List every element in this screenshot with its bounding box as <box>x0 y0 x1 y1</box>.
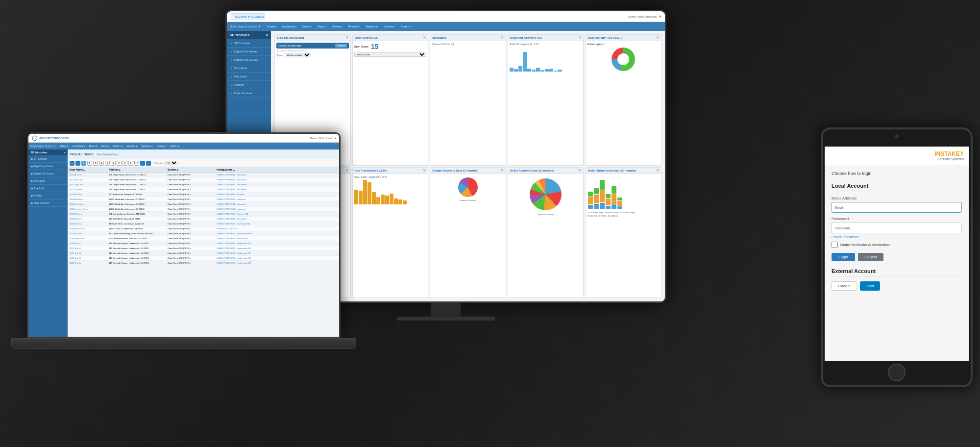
laptop-nav-orders[interactable]: Orders ▾ <box>112 144 124 148</box>
laptop-sidebar-digital-key[interactable]: ▶ Digital Key Holder <box>28 163 68 170</box>
nav-systems[interactable]: Systems <box>364 24 380 29</box>
pg-last[interactable]: » <box>146 161 151 166</box>
sidebar-item-profiles[interactable]: Profiles <box>227 81 271 89</box>
sr-sidebar-collapse[interactable]: « <box>266 33 268 37</box>
email-input[interactable] <box>832 202 962 213</box>
password-input[interactable] <box>832 223 962 233</box>
door-name-0004-front[interactable]: 0004 Front Door <box>70 203 109 205</box>
tablet-home-button[interactable] <box>888 364 906 381</box>
door-name-0002-all[interactable]: 0002 All Doors <box>70 193 109 196</box>
page-size-select[interactable]: 102550 <box>165 161 178 165</box>
door-name-0013-all[interactable]: 0013 All Doors <box>70 232 109 235</box>
sidebar-item-digital-site[interactable]: Digital Site Survey <box>227 56 271 64</box>
laptop-nav-library[interactable]: Library ▾ <box>156 144 168 148</box>
laptop-sidebar-data-services[interactable]: ▶ Data Services <box>28 199 68 207</box>
pg-1[interactable]: 1 <box>81 161 86 166</box>
pg-9[interactable]: 9 <box>128 161 133 166</box>
laptop-sidebar-sr-console[interactable]: ▶ SR Console <box>28 155 68 163</box>
nav-users[interactable]: Users <box>266 24 278 29</box>
cancel-button[interactable]: Cancel <box>858 253 884 261</box>
sidebar-item-scheduler[interactable]: Scheduler <box>227 64 271 73</box>
door-name-0001-all[interactable]: 0001 All Doors <box>70 174 109 176</box>
laptop-sidebar-digital-site[interactable]: ▶ Digital Site Survey <box>28 170 68 177</box>
nav-library[interactable]: Library <box>383 24 396 29</box>
nav-doors[interactable]: Doors <box>301 24 313 29</box>
door-name-0020-t2[interactable]: 0020 Test #2 <box>70 247 109 249</box>
okta-button[interactable]: Okta <box>860 281 880 291</box>
mfa-checkbox[interactable] <box>832 242 838 248</box>
hq-0020-t1[interactable]: CHAIN STORE 0020 - Hackensack, NJ <box>217 242 337 245</box>
door-name-0004-back[interactable]: 0004 Back Door <box>70 198 109 200</box>
door-name-0020-t4[interactable]: 0020 Test #4 <box>70 257 109 259</box>
widget-locations-close[interactable]: ✕ <box>345 169 348 173</box>
nav-locations[interactable]: Locations <box>281 24 298 29</box>
hq-0008-all[interactable]: CHAIN STORE 0008 - Warwick RI <box>217 218 337 220</box>
widget-order-turnaround-close[interactable]: ✕ <box>656 169 659 173</box>
door-name-0012-all[interactable]: 0012 All Doors <box>70 223 109 225</box>
hq-0020-t3[interactable]: CHAIN STORE 0020 - Hackensack, NJ <box>217 252 337 254</box>
pg-4[interactable]: 4 <box>99 161 104 166</box>
door-name-0014-front[interactable]: 0014 Front Door <box>70 237 109 240</box>
widget-open-orders-close[interactable]: ✕ <box>423 36 426 40</box>
hq-0020-t2[interactable]: CHAIN STORE 0020 - Hackensack, NJ <box>217 247 337 249</box>
forgot-password-link[interactable]: Forgot Password? <box>832 235 962 239</box>
door-name-0013-all3[interactable]: 0013 All Doors (3) <box>70 227 109 230</box>
nav-orders[interactable]: Orders <box>330 24 343 29</box>
nav-reports[interactable]: Reports <box>346 24 361 29</box>
widget-sr-dashboard-close[interactable]: ✕ <box>345 36 348 40</box>
laptop-nav-reports[interactable]: Reports ▾ <box>126 144 139 148</box>
widget-messages-close[interactable]: ✕ <box>501 36 504 40</box>
hq-0014-front[interactable]: CHAIN STORE 0014 - New York NY <box>217 237 337 240</box>
door-name-0020-t1[interactable]: 0020 Test #1 <box>70 242 109 245</box>
login-button[interactable]: Login <box>832 253 855 261</box>
refresh-btn[interactable]: Refresh <box>335 44 347 48</box>
laptop-show-deleted[interactable]: Show Deleted Doors <box>97 153 119 156</box>
widget-freight-close[interactable]: ✕ <box>501 169 504 173</box>
laptop-nav-doors[interactable]: Doors ▾ <box>88 144 99 148</box>
sidebar-item-key-audit[interactable]: Key Audit <box>227 73 271 81</box>
hq-0013-all[interactable]: CHAIN STORE 0013 - South Nashua NH <box>217 232 337 235</box>
laptop-nav-users[interactable]: Users ▾ <box>59 144 69 148</box>
pg-6[interactable]: 6 <box>111 161 116 166</box>
order-select[interactable]: Select an Order <box>354 52 427 57</box>
laptop-sidebar-scheduler[interactable]: ▶ Scheduler <box>28 177 68 185</box>
laptop-nav-systems[interactable]: Systems ▾ <box>140 144 154 148</box>
door-name-0004-inv[interactable]: 0004 Inventory Room <box>70 208 109 210</box>
hq-0001-trap[interactable]: CHAIN STORE 0001 - New Haven <box>217 183 337 186</box>
hq-0013-all3[interactable]: Pet Vet Asian Diner - 012 <box>217 227 337 230</box>
show-select[interactable]: All Items checked <box>285 53 311 57</box>
laptop-sidebar-profiles[interactable]: ▶ Profiles <box>28 192 68 199</box>
hq-0001-side[interactable]: CHAIN STORE 0001 - New Haven <box>217 178 337 181</box>
door-name-0020-t5[interactable]: 0020 Test #5 <box>70 262 109 264</box>
pg-2[interactable]: 2 <box>87 161 92 166</box>
hq-0020-t5[interactable]: CHAIN STORE 0020 - Hackensack, NJ <box>217 262 337 264</box>
google-button[interactable]: Google <box>832 281 857 291</box>
sidebar-item-data-services[interactable]: Data Services <box>227 89 271 98</box>
hq-0001-vest[interactable]: CHAIN STORE 0001 - New Haven <box>217 188 337 191</box>
door-name-0001-trap[interactable]: 0001 Trap Door <box>70 183 109 186</box>
laptop-nav-admin[interactable]: Admin ▾ <box>170 144 181 148</box>
sidebar-item-sr-console[interactable]: SR Console <box>227 39 271 48</box>
nav-keys[interactable]: Keys <box>316 24 327 29</box>
hq-0004-front[interactable]: CHAIN STORE 0004 - Lakewood <box>217 203 337 205</box>
nav-admin[interactable]: Admin <box>399 24 412 29</box>
laptop-demo-dropdown-icon[interactable]: ▾ <box>335 136 336 140</box>
pg-10[interactable]: 10 <box>134 161 139 166</box>
demo-dropdown-icon[interactable]: ▾ <box>659 14 661 19</box>
hq-0020-t4[interactable]: CHAIN STORE 0020 - Hackensack, NJ <box>217 257 337 259</box>
widget-user-activity-close[interactable]: ✕ <box>656 36 659 40</box>
hq-0002-all[interactable]: CHAIN STORE 0002 - Westport <box>217 193 337 196</box>
pg-5[interactable]: 5 <box>105 161 110 166</box>
door-name-0020-t3[interactable]: 0020 Test #3 <box>70 252 109 254</box>
door-name-0001-vest[interactable]: 0001 Vestibule <box>70 188 109 191</box>
widget-rekeying-close[interactable]: ✕ <box>578 36 581 40</box>
pg-8[interactable]: 8 <box>122 161 127 166</box>
pg-next[interactable]: › <box>140 161 145 166</box>
laptop-nav-keys[interactable]: Keys ▾ <box>100 144 110 148</box>
pg-first[interactable]: « <box>70 161 74 166</box>
laptop-sidebar-collapse[interactable]: « <box>64 151 66 154</box>
hq-0005-all[interactable]: CHAIN STORE 0005 - Braintree MA <box>217 213 337 215</box>
hq-0012-all[interactable]: CHAIN STORE 0012 - Cambridge MA <box>217 223 337 225</box>
widget-order-analysis-close[interactable]: ✕ <box>578 169 581 173</box>
laptop-sidebar-key-audit[interactable]: ▶ Key Audit <box>28 185 68 192</box>
